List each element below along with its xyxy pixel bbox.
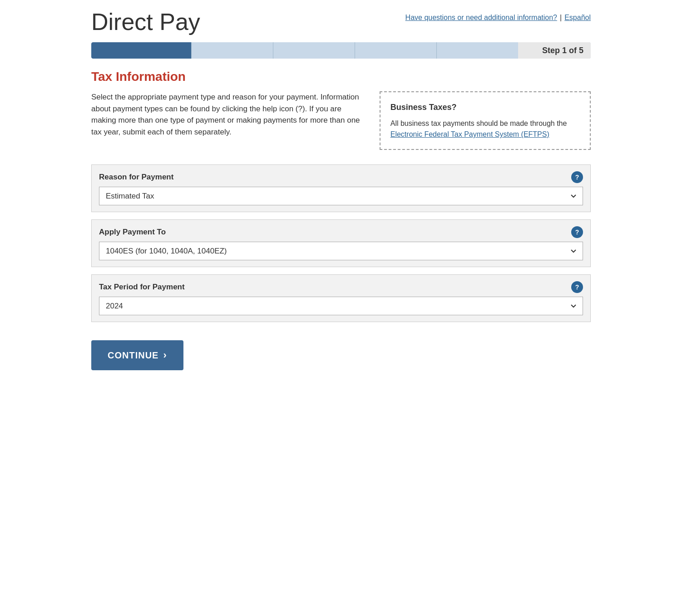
section-title: Tax Information — [91, 70, 591, 84]
progress-segment-3 — [273, 42, 355, 59]
apply-select[interactable]: 1040ES (for 1040, 1040A, 1040EZ) — [99, 242, 583, 260]
reason-for-payment-group: Reason for Payment ? Estimated Tax — [91, 164, 591, 212]
continue-arrow-icon: › — [163, 349, 167, 361]
progress-segments — [191, 42, 518, 59]
link-separator: | — [560, 14, 562, 22]
tax-info-form: Reason for Payment ? Estimated Tax Apply… — [91, 164, 591, 322]
period-select[interactable]: 2024 — [99, 297, 583, 315]
period-label-row: Tax Period for Payment ? — [99, 281, 583, 293]
page-title: Direct Pay — [91, 9, 200, 35]
business-taxes-text: All business tax payments should be made… — [390, 119, 567, 127]
business-taxes-box: Business Taxes? All business tax payment… — [380, 91, 591, 150]
progress-fill — [91, 42, 191, 59]
espanol-link[interactable]: Español — [564, 14, 591, 22]
business-taxes-title: Business Taxes? — [390, 101, 580, 114]
progress-bar: Step 1 of 5 — [91, 42, 591, 59]
apply-label-row: Apply Payment To ? — [99, 226, 583, 238]
continue-button[interactable]: CONTINUE › — [91, 340, 183, 370]
content-row: Select the appropriate payment type and … — [91, 91, 591, 150]
progress-segment-4 — [355, 42, 436, 59]
period-help-icon[interactable]: ? — [571, 281, 583, 293]
eftps-link[interactable]: Electronic Federal Tax Payment System (E… — [390, 130, 549, 138]
progress-segment-2 — [191, 42, 273, 59]
page-header: Direct Pay Have questions or need additi… — [91, 9, 591, 35]
reason-label: Reason for Payment — [99, 173, 173, 182]
progress-step-label: Step 1 of 5 — [518, 42, 591, 59]
apply-payment-group: Apply Payment To ? 1040ES (for 1040, 104… — [91, 219, 591, 267]
continue-label: CONTINUE — [108, 350, 158, 361]
section-description: Select the appropriate payment type and … — [91, 91, 365, 150]
reason-label-row: Reason for Payment ? — [99, 171, 583, 183]
progress-segment-5 — [436, 42, 518, 59]
apply-help-icon[interactable]: ? — [571, 226, 583, 238]
period-label: Tax Period for Payment — [99, 283, 185, 292]
help-link[interactable]: Have questions or need additional inform… — [405, 14, 557, 22]
apply-label: Apply Payment To — [99, 228, 166, 237]
reason-select[interactable]: Estimated Tax — [99, 187, 583, 205]
header-links: Have questions or need additional inform… — [405, 14, 591, 22]
reason-help-icon[interactable]: ? — [571, 171, 583, 183]
tax-period-group: Tax Period for Payment ? 2024 — [91, 274, 591, 322]
